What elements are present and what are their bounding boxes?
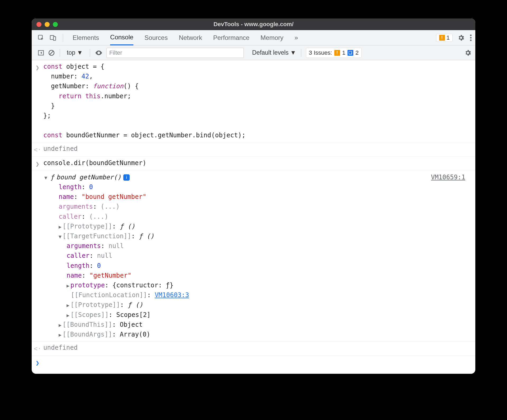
prop-boundthis[interactable]: ▶[[BoundThis]]: Object (44, 320, 473, 330)
minimize-button[interactable] (45, 22, 50, 27)
context-label: top (67, 49, 75, 56)
prop-target-function[interactable]: ▼[[TargetFunction]]: ƒ () (44, 231, 473, 241)
tf-prototype-internal[interactable]: ▶[[Prototype]]: ƒ () (44, 300, 473, 310)
function-name: bound getNumber() (56, 172, 121, 182)
issues-label: 3 Issues: (309, 49, 332, 56)
clear-console-icon[interactable] (48, 49, 55, 56)
function-sigil: ƒ (50, 172, 54, 182)
issues-info-count: 2 (355, 49, 359, 56)
console-output-row: <· undefined (32, 142, 475, 157)
svg-point-5 (470, 39, 472, 41)
dropdown-icon: ▼ (77, 49, 83, 56)
divider (90, 49, 90, 57)
vm-location-link: VM10603:3 (155, 291, 189, 299)
prop-prototype[interactable]: ▶[[Prototype]]: ƒ () (44, 222, 473, 231)
divider (301, 49, 301, 57)
tf-prop-name[interactable]: name: "getNumber" (44, 271, 473, 281)
tf-scopes[interactable]: ▶[[Scopes]]: Scopes[2] (44, 310, 473, 320)
issues-badge[interactable]: 3 Issues: ! 1 ❏ 2 (306, 48, 362, 58)
traffic-lights (36, 22, 58, 27)
devtools-window: DevTools - www.google.com/ Elements Cons… (32, 18, 475, 374)
tf-function-location[interactable]: [[FunctionLocation]]: VM10603:3 (44, 290, 473, 300)
expand-down-icon: ▼ (44, 174, 47, 181)
svg-line-8 (50, 51, 53, 54)
input-chevron-icon: ❯ (36, 159, 39, 169)
device-toggle-icon[interactable] (50, 34, 57, 41)
prop-boundargs[interactable]: ▶[[BoundArgs]]: Array(0) (44, 330, 473, 339)
expand-right-icon: ▶ (67, 282, 69, 290)
prop-arguments[interactable]: arguments: (...) (44, 202, 473, 212)
prompt-chevron-icon: ❯ (36, 358, 39, 368)
inspect-element-icon[interactable] (37, 34, 44, 41)
tab-memory[interactable]: Memory (261, 30, 284, 45)
output-undefined: undefined (43, 343, 78, 354)
filter-input[interactable] (106, 48, 244, 58)
expand-right-icon: ▶ (59, 223, 62, 231)
info-icon: ❏ (348, 50, 353, 56)
expand-right-icon: ▶ (59, 321, 62, 329)
issues-warn-count: 1 (342, 49, 345, 56)
input-chevron-icon: ❯ (36, 63, 39, 141)
log-levels-select[interactable]: Default levels ▼ (252, 49, 296, 56)
dropdown-icon: ▼ (290, 49, 296, 56)
svg-point-4 (470, 37, 472, 39)
tf-prop-caller[interactable]: caller: null (44, 251, 473, 261)
console-toolbar: top ▼ Default levels ▼ 3 Issues: ! 1 ❏ 2 (32, 45, 475, 60)
divider (63, 34, 63, 42)
output-chevron-icon: <· (34, 344, 41, 354)
console-body: ❯ const object = { number: 42, getNumber… (32, 60, 475, 374)
source-link[interactable]: VM10659:1 (431, 172, 465, 182)
expand-down-icon: ▼ (59, 233, 62, 240)
tf-prop-prototype[interactable]: ▶prototype: {constructor: ƒ} (44, 281, 473, 290)
output-undefined: undefined (43, 144, 78, 155)
close-button[interactable] (36, 22, 41, 27)
tab-network[interactable]: Network (179, 30, 202, 45)
titlebar: DevTools - www.google.com/ (32, 18, 475, 30)
warning-icon: ! (439, 35, 445, 41)
levels-label: Default levels (252, 49, 289, 56)
console-input-row: ❯ const object = { number: 42, getNumber… (32, 60, 475, 142)
tab-performance[interactable]: Performance (213, 30, 249, 45)
window-title: DevTools - www.google.com/ (32, 21, 475, 28)
tab-elements[interactable]: Elements (73, 30, 99, 45)
code-block[interactable]: const object = { number: 42, getNumber: … (43, 62, 246, 141)
console-sidebar-toggle-icon[interactable] (37, 49, 44, 56)
main-tabbar: Elements Console Sources Network Perform… (32, 30, 475, 45)
tabs-overflow-icon[interactable]: » (294, 30, 298, 45)
code-block[interactable]: console.dir(boundGetNunmer) (43, 158, 146, 169)
console-prompt-row[interactable]: ❯ (32, 356, 475, 374)
info-badge-icon[interactable]: i (123, 174, 130, 181)
console-input-row: ❯ console.dir(boundGetNunmer) (32, 157, 475, 171)
svg-point-3 (470, 34, 472, 36)
expand-right-icon: ▶ (59, 331, 62, 339)
divider (60, 49, 60, 57)
object-header[interactable]: ▼ ƒ bound getNumber() i (44, 172, 473, 182)
live-expression-icon[interactable] (95, 49, 103, 56)
tab-console[interactable]: Console (110, 30, 133, 45)
warning-count: 1 (447, 34, 450, 41)
tf-prop-length[interactable]: length: 0 (44, 261, 473, 271)
execution-context-select[interactable]: top ▼ (65, 49, 85, 57)
expand-right-icon: ▶ (67, 302, 69, 309)
expand-right-icon: ▶ (67, 312, 69, 319)
svg-rect-2 (53, 36, 56, 40)
console-output-row: <· undefined (32, 341, 475, 356)
prop-caller[interactable]: caller: (...) (44, 212, 473, 222)
warning-badge[interactable]: ! 1 (436, 34, 453, 42)
output-chevron-icon: <· (34, 145, 41, 155)
prop-name[interactable]: name: "bound getNumber" (44, 192, 473, 202)
settings-icon[interactable] (457, 34, 465, 41)
prop-length[interactable]: length: 0 (44, 182, 473, 192)
warning-icon: ! (334, 50, 340, 56)
more-menu-icon[interactable] (470, 34, 472, 41)
console-settings-icon[interactable] (464, 49, 472, 57)
tab-sources[interactable]: Sources (144, 30, 168, 45)
maximize-button[interactable] (53, 22, 58, 27)
console-object-row: VM10659:1 ▼ ƒ bound getNumber() i length… (32, 171, 475, 341)
tf-prop-arguments[interactable]: arguments: null (44, 241, 473, 251)
